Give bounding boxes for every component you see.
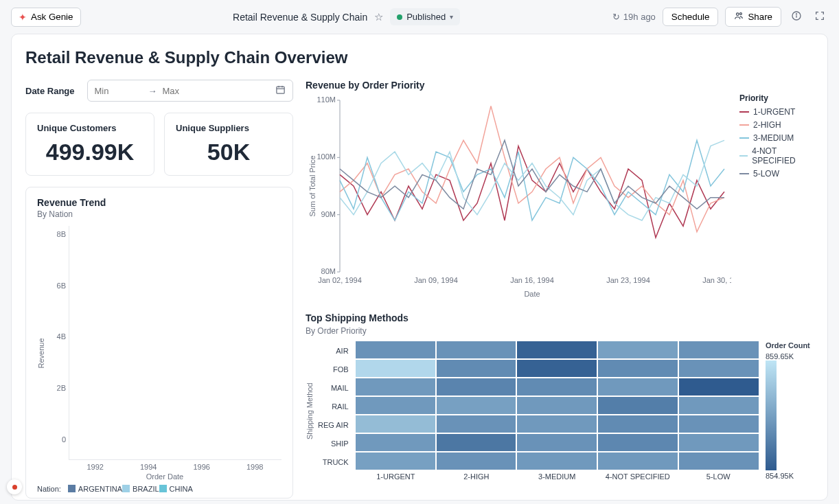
heatmap-cell (517, 397, 597, 414)
date-range-row: Date Range → (25, 80, 293, 102)
floating-indicator[interactable] (7, 479, 22, 494)
heatmap-row (356, 378, 759, 396)
heatmap-cell (517, 378, 597, 396)
svg-text:Jan 30, 1994: Jan 30, 1994 (702, 276, 731, 284)
x-axis-label: Order Date (48, 472, 281, 481)
heatmap-cell (437, 434, 516, 451)
svg-point-1 (740, 13, 742, 15)
heatmap-row-label: MAIL (318, 378, 352, 397)
scale-max: 859.65K (766, 352, 814, 360)
svg-text:80M: 80M (321, 267, 336, 275)
svg-point-4 (796, 14, 796, 14)
legend-item[interactable]: ARGENTINA (68, 485, 122, 493)
svg-text:110M: 110M (317, 95, 336, 104)
share-label: Share (748, 12, 772, 22)
legend-item[interactable]: 3-MEDIUM (739, 133, 814, 143)
date-max-input[interactable] (163, 86, 211, 96)
heatmap-cell (356, 453, 435, 470)
heatmap-cell (517, 360, 597, 377)
heatmap-row (356, 360, 759, 377)
refresh-button[interactable]: ↻ 19h ago (612, 12, 656, 22)
legend-label: Nation: (37, 485, 61, 493)
svg-point-0 (737, 13, 739, 16)
fullscreen-icon[interactable] (812, 8, 828, 26)
svg-text:Jan 23, 1994: Jan 23, 1994 (606, 276, 650, 284)
line-swatch-icon (739, 137, 749, 139)
heatmap-cell (437, 453, 516, 470)
shipping-methods-card: Top Shipping Methods By Order Priority S… (306, 312, 814, 481)
heatmap-cell (437, 378, 516, 396)
heatmap-cell (679, 453, 759, 470)
line-swatch-icon (739, 155, 748, 157)
kpi-value: 499.99K (37, 139, 143, 165)
kpi-label: Unique Suppliers (176, 123, 281, 133)
swatch-icon (122, 485, 130, 492)
heatmap-cell (356, 341, 435, 358)
legend-item[interactable]: 1-URGENT (739, 107, 814, 117)
card-title: Revenue by Order Priority (306, 80, 814, 91)
line-swatch-icon (739, 173, 749, 174)
calendar-icon[interactable] (275, 84, 286, 97)
published-dropdown[interactable]: Published ▾ (390, 8, 460, 25)
date-range-label: Date Range (25, 86, 75, 96)
legend-item[interactable]: 5-LOW (739, 169, 814, 179)
swatch-icon (68, 485, 76, 492)
share-button[interactable]: Share (725, 7, 781, 27)
heatmap-cell (598, 415, 678, 433)
heatmap-col-label: 2-HIGH (436, 472, 516, 481)
line-swatch-icon (739, 124, 749, 126)
heatmap-cell (437, 415, 516, 433)
heatmap-cell (517, 415, 597, 433)
right-column: Revenue by Order Priority 80M90M100M110M… (306, 80, 814, 499)
gradient-bar-icon (766, 360, 777, 470)
kpi-row: Unique Customers 499.99K Unique Supplier… (25, 113, 293, 176)
topbar-right: ↻ 19h ago Schedule Share (612, 7, 828, 27)
card-title: Top Shipping Methods (306, 312, 814, 323)
heatmap-cell (679, 434, 759, 451)
legend-item[interactable]: 4-NOT SPECIFIED (739, 146, 814, 165)
kpi-label: Unique Customers (37, 123, 143, 133)
y-axis-ticks: 8B6B4B2B0 (48, 226, 69, 463)
heatmap-row-label: REG AIR (318, 415, 352, 434)
status-dot-icon (397, 14, 402, 20)
revenue-trend-card: Revenue Trend By Nation Revenue 8B6B4B2B… (25, 187, 293, 499)
topbar: ✦ Ask Genie Retail Revenue & Supply Chai… (0, 0, 839, 34)
kpi-unique-suppliers: Unique Suppliers 50K (164, 113, 293, 176)
heatmap-col-label: 1-URGENT (356, 472, 436, 481)
info-icon[interactable] (788, 8, 805, 26)
heatmap-row (356, 434, 759, 451)
heatmap-cell (598, 360, 678, 377)
star-icon[interactable]: ☆ (374, 11, 383, 23)
page-title: Retail Revenue & Supply Chain Overview (25, 48, 814, 67)
heatmap-cell (356, 434, 435, 451)
heatmap-col-label: 5-LOW (678, 472, 759, 481)
legend-item[interactable]: BRAZIL (122, 485, 159, 493)
bar-chart: Revenue 8B6B4B2B0 1992199419961998 Order… (37, 226, 281, 481)
revenue-priority-card: Revenue by Order Priority 80M90M100M110M… (306, 80, 814, 301)
swatch-icon (159, 485, 167, 492)
heatmap-cell (437, 341, 516, 358)
heatmap-row (356, 341, 759, 358)
heatmap-cell (437, 360, 516, 377)
scale-min: 854.95K (766, 472, 814, 480)
arrow-right-icon: → (148, 86, 157, 96)
date-min-input[interactable] (95, 86, 143, 96)
card-title: Revenue Trend (37, 197, 281, 208)
chevron-down-icon: ▾ (450, 13, 453, 21)
legend-item[interactable]: CHINA (159, 485, 193, 493)
date-range-picker[interactable]: → (87, 80, 293, 102)
legend-item[interactable]: 2-HIGH (739, 120, 814, 130)
heatmap-cell (679, 378, 759, 396)
svg-text:Date: Date (524, 290, 540, 298)
heatmap-cell (598, 397, 678, 414)
ask-genie-button[interactable]: ✦ Ask Genie (11, 8, 81, 27)
scale-title: Order Count (766, 341, 814, 350)
heatmap-row (356, 397, 759, 414)
heatmap-cell (679, 415, 759, 433)
schedule-button[interactable]: Schedule (663, 8, 719, 26)
heatmap-cell (598, 453, 678, 470)
heatmap-cell (598, 434, 678, 451)
y-axis-label: Shipping Method (306, 341, 314, 481)
heatmap-cell (356, 378, 435, 396)
heatmap-cell (517, 434, 597, 451)
